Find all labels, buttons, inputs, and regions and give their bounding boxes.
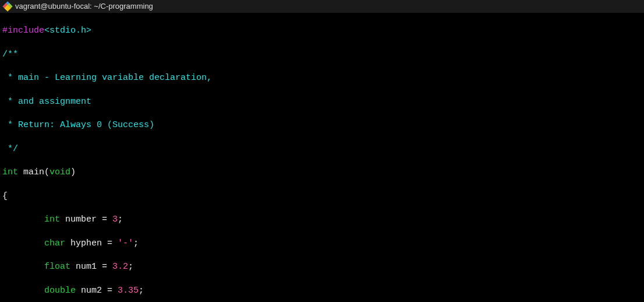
paren: ( xyxy=(44,167,49,177)
literal: '-' xyxy=(118,238,133,248)
semi: ; xyxy=(133,238,139,248)
literal: 3 xyxy=(112,215,118,224)
kw-double: double xyxy=(44,286,76,296)
code-line: { xyxy=(2,191,642,202)
decl: num2 = xyxy=(76,286,118,296)
literal: 3.2 xyxy=(112,262,128,272)
kw-void: void xyxy=(49,167,70,177)
comment: /** xyxy=(2,50,18,59)
decl: hyphen = xyxy=(65,238,118,248)
code-line: */ xyxy=(2,143,642,155)
code-line: double num2 = 3.35; xyxy=(2,285,642,297)
code-line: * and assignment xyxy=(2,96,642,108)
code-line: int number = 3; xyxy=(2,214,642,226)
window-title: vagrant@ubuntu-focal: ~/C-programming xyxy=(15,1,153,12)
kw-float: float xyxy=(44,262,70,272)
code-line: * Return: Always 0 (Success) xyxy=(2,120,642,131)
semi: ; xyxy=(118,215,123,224)
code-line: int main(void) xyxy=(2,167,642,178)
literal: 3.35 xyxy=(118,286,139,296)
code-line: char hyphen = '-'; xyxy=(2,238,642,250)
code-line: * main - Learning variable declaration, xyxy=(2,72,642,84)
brace: { xyxy=(2,191,8,201)
code-line: /** xyxy=(2,49,642,61)
semi: ; xyxy=(139,286,144,296)
kw-int: int xyxy=(2,167,18,177)
app-icon xyxy=(3,2,12,10)
comment: * and assignment xyxy=(2,97,91,107)
kw-char: char xyxy=(44,238,65,248)
window-titlebar: vagrant@ubuntu-focal: ~/C-programming xyxy=(0,0,644,13)
decl: num1 = xyxy=(70,262,112,272)
code-line: #include<stdio.h> xyxy=(2,25,642,37)
comment: * Return: Always 0 (Success) xyxy=(2,120,154,130)
comment: * main - Learning variable declaration, xyxy=(2,73,212,83)
header-name: <stdio.h> xyxy=(44,26,91,36)
kw-int: int xyxy=(44,215,60,224)
fn-name: main xyxy=(18,167,44,177)
editor-content[interactable]: #include<stdio.h> /** * main - Learning … xyxy=(0,13,644,302)
code-line: float num1 = 3.2; xyxy=(2,261,642,273)
paren: ) xyxy=(70,167,76,177)
comment: */ xyxy=(2,144,18,154)
decl: number = xyxy=(60,215,112,224)
semi: ; xyxy=(128,262,133,272)
preproc: #include xyxy=(2,26,44,36)
